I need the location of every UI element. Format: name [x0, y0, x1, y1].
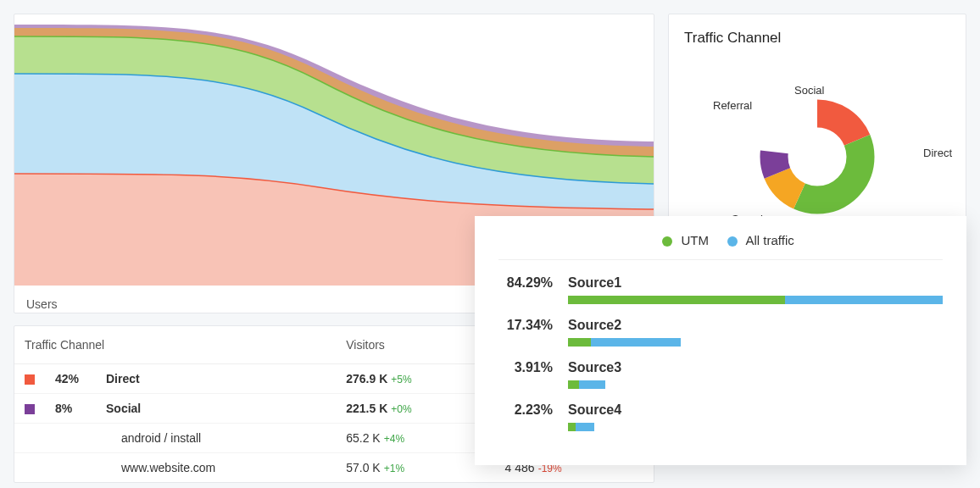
legend-dot-utm [662, 236, 672, 247]
source-name: Source4 [568, 402, 943, 418]
legend-utm: UTM [681, 233, 709, 247]
source-row[interactable]: 84.29%Source1 [498, 275, 943, 304]
source-bar [568, 296, 943, 304]
sources-card: UTM All traffic 84.29%Source117.34%Sourc… [475, 216, 966, 465]
row-name: www.website.com [96, 453, 336, 483]
row-percent [45, 424, 96, 453]
col-channel: Traffic Channel [14, 326, 336, 364]
legend-all: All traffic [745, 233, 793, 247]
row-percent: 42% [45, 364, 96, 394]
donut-label-direct: Direct [923, 147, 952, 159]
col-visitors: Visitors [336, 326, 494, 364]
donut-label-referral: Referral [713, 99, 752, 112]
source-percent: 84.29% [498, 275, 568, 291]
row-visitors: 276.9 K+5% [336, 364, 494, 394]
row-name: Direct [96, 364, 336, 394]
source-bar [568, 380, 943, 389]
row-visitors: 57.0 K+1% [336, 453, 494, 483]
donut-label-social: Social [794, 84, 824, 97]
row-name: android / install [96, 424, 336, 453]
donut-title: Traffic Channel [684, 30, 950, 47]
legend-dot-all [727, 236, 738, 247]
source-row[interactable]: 2.23%Source4 [498, 402, 943, 431]
source-percent: 17.34% [498, 318, 568, 333]
row-visitors: 65.2 K+4% [336, 424, 494, 453]
source-name: Source3 [568, 360, 943, 375]
sources-legend: UTM All traffic [498, 233, 943, 260]
source-bar [568, 338, 943, 347]
source-bar [568, 423, 943, 431]
source-percent: 3.91% [498, 360, 568, 375]
source-name: Source1 [568, 275, 943, 291]
row-percent: 8% [45, 394, 96, 424]
row-name: Social [96, 394, 336, 424]
row-visitors: 221.5 K+0% [336, 394, 494, 424]
source-row[interactable]: 3.91%Source3 [498, 360, 943, 389]
swatch-icon [25, 374, 35, 385]
row-percent [45, 453, 96, 483]
source-name: Source2 [568, 318, 943, 333]
source-row[interactable]: 17.34%Source2 [498, 318, 943, 347]
swatch-icon [25, 404, 35, 414]
source-percent: 2.23% [498, 402, 568, 418]
